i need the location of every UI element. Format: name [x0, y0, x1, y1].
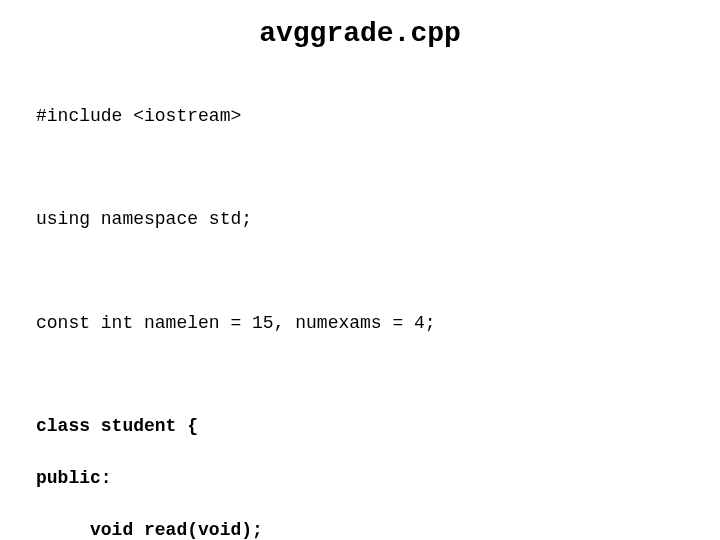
code-block: #include <iostream> using namespace std;…	[36, 77, 684, 540]
file-title: avggrade.cpp	[36, 18, 684, 49]
blank-line	[36, 362, 684, 387]
code-line: using namespace std;	[36, 206, 684, 232]
code-line: void read(void);	[36, 517, 684, 540]
code-line: class student {	[36, 413, 684, 439]
code-slide: avggrade.cpp #include <iostream> using n…	[0, 0, 720, 540]
code-line: public:	[36, 465, 684, 491]
blank-line	[36, 155, 684, 180]
blank-line	[36, 259, 684, 284]
code-line: #include <iostream>	[36, 103, 684, 129]
code-line: const int namelen = 15, numexams = 4;	[36, 310, 684, 336]
